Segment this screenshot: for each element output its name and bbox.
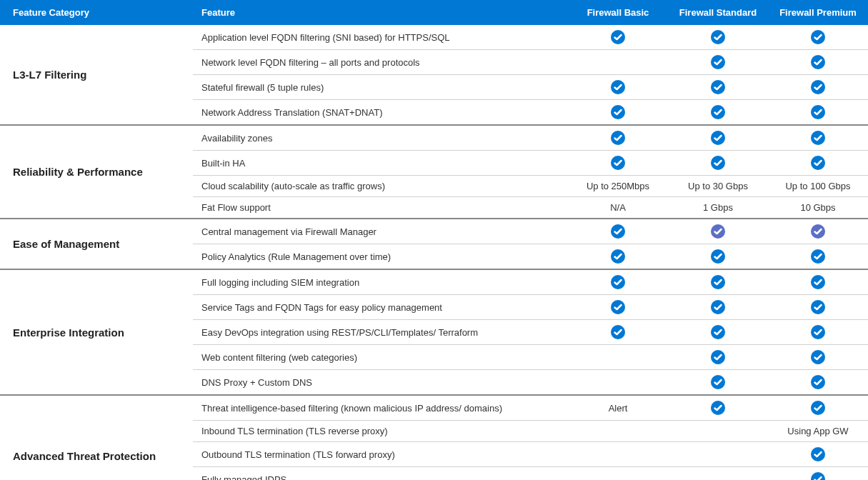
check-icon [811, 325, 825, 339]
plan-cell [568, 370, 668, 396]
plan-cell: 1 Gbps [668, 197, 768, 219]
plan-cell [668, 345, 768, 370]
plan-cell [768, 100, 868, 126]
plan-cell [668, 320, 768, 345]
check-icon [811, 156, 825, 170]
table-row: Reliability & PerformanceAvailability zo… [0, 125, 868, 151]
plan-cell [668, 219, 768, 244]
table-header: Feature Category Feature Firewall Basic … [0, 0, 868, 25]
check-icon [811, 401, 825, 415]
check-icon [811, 80, 825, 94]
check-icon [811, 300, 825, 314]
feature-cell: Network level FQDN filtering – all ports… [193, 50, 568, 75]
category-cell: Enterprise Integration [0, 269, 193, 395]
check-icon [711, 224, 725, 239]
plan-cell [768, 395, 868, 421]
plan-cell [668, 244, 768, 270]
check-icon [711, 55, 725, 69]
plan-cell [768, 50, 868, 75]
header-plan-premium: Firewall Premium [768, 0, 868, 25]
feature-cell: Threat intelligence-based filtering (kno… [193, 395, 568, 421]
plan-cell [768, 244, 868, 270]
feature-cell: Policy Analytics (Rule Management over t… [193, 244, 568, 270]
category-cell: Advanced Threat Protection [0, 395, 193, 480]
feature-cell: Cloud scalability (auto-scale as traffic… [193, 176, 568, 197]
feature-cell: DNS Proxy + Custom DNS [193, 370, 568, 396]
plan-cell [768, 125, 868, 151]
feature-cell: Inbound TLS termination (TLS reverse pro… [193, 421, 568, 442]
table-row: L3-L7 FilteringApplication level FQDN fi… [0, 25, 868, 50]
check-icon [711, 350, 725, 364]
plan-cell [568, 25, 668, 50]
plan-cell [768, 269, 868, 295]
plan-cell [768, 295, 868, 320]
plan-cell [668, 75, 768, 100]
category-group: L3-L7 FilteringApplication level FQDN fi… [0, 25, 868, 125]
plan-cell [768, 151, 868, 176]
plan-cell [568, 467, 668, 481]
check-icon [711, 300, 725, 314]
plan-cell [568, 244, 668, 270]
plan-cell [768, 219, 868, 244]
check-icon [611, 80, 625, 94]
header-plan-standard: Firewall Standard [668, 0, 768, 25]
plan-cell [568, 421, 668, 442]
plan-cell [568, 100, 668, 126]
plan-cell [668, 467, 768, 481]
feature-cell: Central management via Firewall Manager [193, 219, 568, 244]
check-icon [711, 401, 725, 415]
plan-cell: Up to 100 Gbps [768, 176, 868, 197]
table-row: Ease of ManagementCentral management via… [0, 219, 868, 244]
category-group: Ease of ManagementCentral management via… [0, 219, 868, 269]
feature-cell: Built-in HA [193, 151, 568, 176]
feature-cell: Full logging including SIEM integration [193, 269, 568, 295]
check-icon [611, 249, 625, 264]
plan-cell [568, 75, 668, 100]
feature-cell: Easy DevOps integration using REST/PS/CL… [193, 320, 568, 345]
check-icon [811, 224, 825, 239]
plan-cell [768, 320, 868, 345]
check-icon [611, 275, 625, 289]
category-cell: L3-L7 Filtering [0, 25, 193, 125]
plan-cell [668, 50, 768, 75]
feature-cell: Web content filtering (web categories) [193, 345, 568, 370]
check-icon [711, 249, 725, 264]
plan-cell [668, 295, 768, 320]
check-icon [811, 350, 825, 364]
check-icon [711, 30, 725, 44]
plan-cell [568, 125, 668, 151]
check-icon [711, 156, 725, 170]
plan-cell [568, 219, 668, 244]
check-icon [711, 375, 725, 389]
plan-cell [668, 151, 768, 176]
check-icon [711, 325, 725, 339]
plan-cell: Up to 250Mbps [568, 176, 668, 197]
plan-cell: N/A [568, 197, 668, 219]
feature-cell: Application level FQDN filtering (SNI ba… [193, 25, 568, 50]
check-icon [611, 224, 625, 239]
plan-cell [768, 345, 868, 370]
plan-cell [668, 269, 768, 295]
plan-cell [668, 395, 768, 421]
check-icon [811, 55, 825, 69]
feature-cell: Stateful firewall (5 tuple rules) [193, 75, 568, 100]
plan-cell: Up to 30 Gbps [668, 176, 768, 197]
feature-cell: Outbound TLS termination (TLS forward pr… [193, 442, 568, 467]
table-row: Enterprise IntegrationFull logging inclu… [0, 269, 868, 295]
check-icon [711, 275, 725, 289]
check-icon [811, 105, 825, 119]
check-icon [811, 447, 825, 461]
plan-cell [568, 50, 668, 75]
plan-cell [568, 269, 668, 295]
feature-cell: Fully managed IDPS [193, 467, 568, 481]
plan-cell [668, 442, 768, 467]
feature-cell: Service Tags and FQDN Tags for easy poli… [193, 295, 568, 320]
plan-cell: Alert [568, 395, 668, 421]
svg-point-39 [811, 472, 825, 480]
check-icon [811, 30, 825, 44]
plan-cell [668, 25, 768, 50]
plan-cell [568, 442, 668, 467]
check-icon [711, 105, 725, 119]
plan-cell [568, 320, 668, 345]
feature-cell: Fat Flow support [193, 197, 568, 219]
